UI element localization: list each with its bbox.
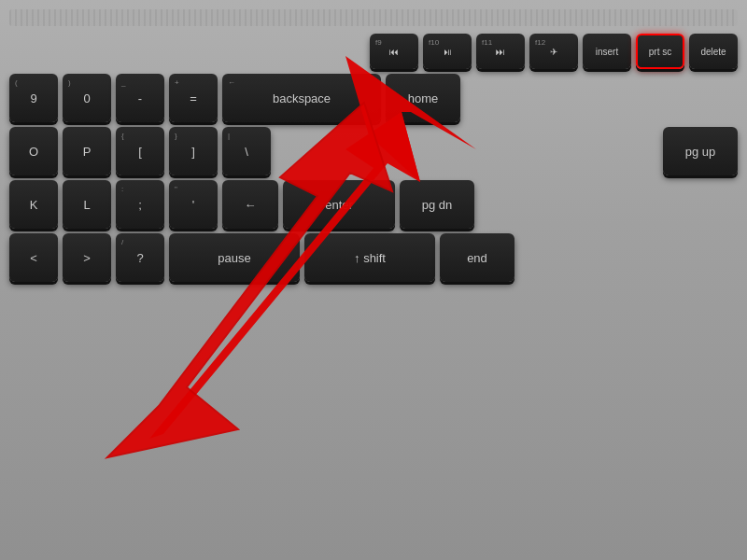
key-0[interactable]: ) 0 (63, 74, 111, 122)
key-enter-arrow[interactable]: ← (222, 180, 278, 229)
key-plane[interactable]: f12 ✈ (529, 34, 578, 69)
key-semicolon[interactable]: : ; (116, 180, 164, 229)
key-o[interactable]: O (9, 127, 58, 175)
key-p[interactable]: P (63, 127, 111, 175)
keyboard-container: f9 ⏮ f10 ⏯ f11 ⏭ f12 ✈ insert prt sc (0, 0, 747, 560)
key-delete[interactable]: delete (689, 34, 738, 69)
key-pgup[interactable]: pg up (663, 127, 738, 175)
key-enter[interactable]: enter (283, 180, 395, 229)
bottom-key-row: < > / ? pause ↑ shift end (9, 233, 738, 282)
num-key-row: ( 9 ) 0 _ - + = ← backspace home (9, 74, 738, 122)
speaker-grille (9, 9, 738, 26)
key-prev[interactable]: f9 ⏮ (370, 34, 418, 69)
fn-key-row: f9 ⏮ f10 ⏯ f11 ⏭ f12 ✈ insert prt sc (9, 34, 738, 69)
key-backslash[interactable]: | \ (222, 127, 271, 175)
key-equals[interactable]: + = (169, 74, 218, 122)
key-pause[interactable]: pause (169, 233, 300, 282)
key-home[interactable]: home (386, 74, 460, 122)
key-k[interactable]: K (9, 180, 58, 229)
key-next[interactable]: f11 ⏭ (476, 34, 525, 69)
key-arrow-right[interactable]: > (63, 233, 111, 282)
key-prtsc[interactable]: prt sc (636, 34, 684, 69)
qwerty-key-row: O P { [ } ] | \ pg up (9, 127, 738, 175)
key-pgdn[interactable]: pg dn (400, 180, 474, 229)
key-insert[interactable]: insert (583, 34, 631, 69)
key-question[interactable]: / ? (116, 233, 164, 282)
key-playpause[interactable]: f10 ⏯ (423, 34, 472, 69)
key-l[interactable]: L (63, 180, 111, 229)
key-arrow-left[interactable]: < (9, 233, 58, 282)
key-bracket-close[interactable]: } ] (169, 127, 218, 175)
key-9[interactable]: ( 9 (9, 74, 58, 122)
key-quote[interactable]: " ' (169, 180, 218, 229)
key-shift[interactable]: ↑ shift (304, 233, 435, 282)
key-backspace[interactable]: ← backspace (222, 74, 381, 122)
keyboard-rows: f9 ⏮ f10 ⏯ f11 ⏭ f12 ✈ insert prt sc (9, 34, 738, 282)
key-minus[interactable]: _ - (116, 74, 164, 122)
home-key-row: K L : ; " ' ← enter pg dn (9, 180, 738, 229)
key-end[interactable]: end (440, 233, 514, 282)
key-bracket-open[interactable]: { [ (116, 127, 164, 175)
